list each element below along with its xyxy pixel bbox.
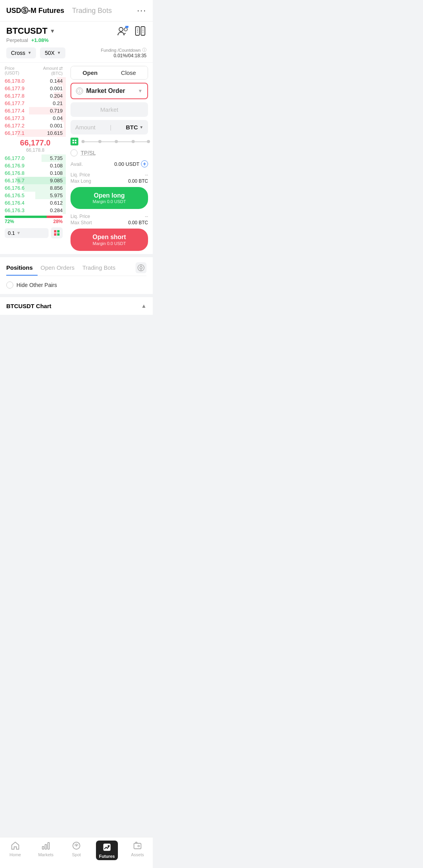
- currency-dropdown-arrow: ▼: [139, 125, 143, 129]
- tab-open-orders[interactable]: Open Orders: [41, 260, 80, 276]
- mid-price-section: 66,177.0 66,178.8: [5, 137, 66, 154]
- ob-price-header: Price: [5, 66, 19, 71]
- more-options-button[interactable]: ···: [137, 5, 146, 16]
- svg-rect-4: [136, 27, 139, 35]
- market-order-dropdown[interactable]: ⓘ Market Order ▼: [70, 83, 148, 99]
- amount-input[interactable]: Amount | BTC ▼: [70, 120, 148, 134]
- svg-rect-13: [75, 140, 76, 141]
- pair-dropdown-arrow[interactable]: ▼: [50, 28, 55, 34]
- chart-title: BTCUSDT Chart: [6, 303, 51, 309]
- grid-icon: [54, 230, 60, 236]
- ask-rows: 66,178.0 0.144 66,177.9 0.001 66,177.8 0…: [5, 77, 66, 137]
- bid-row[interactable]: 66,176.8 0.108: [5, 169, 66, 177]
- trading-bots-header-link[interactable]: Trading Bots: [72, 7, 112, 15]
- bid-pct: 72%: [5, 219, 14, 224]
- tab-close[interactable]: Close: [109, 66, 148, 79]
- max-short-row: Max Short 0.00 BTC: [70, 220, 148, 225]
- perpetual-label: Perpetual: [6, 37, 28, 43]
- ob-amount-unit: (BTC): [43, 71, 63, 76]
- svg-point-17: [140, 267, 142, 269]
- avail-value: 0.00 USDT +: [114, 160, 148, 167]
- header: USDⓈ-M Futures Trading Bots ···: [0, 0, 153, 22]
- bid-row[interactable]: 66,176.5 5.975: [5, 192, 66, 199]
- ob-qty-row: 0.1 ▼: [5, 227, 66, 238]
- avail-label: Avail.: [70, 161, 83, 167]
- qty-dropdown-arrow[interactable]: ▼: [16, 231, 21, 235]
- funding-value: 0.01%/04:18:35: [101, 53, 146, 58]
- social-trading-icon[interactable]: !: [117, 25, 129, 36]
- ask-row[interactable]: 66,177.2 0.001: [5, 122, 66, 129]
- funding-info: Funding /Countdown ⓘ 0.01%/04:18:35: [101, 47, 146, 58]
- leverage-dropdown-arrow: ▼: [57, 51, 61, 55]
- tpsl-label[interactable]: TP/SL: [81, 150, 96, 156]
- bid-row[interactable]: 66,176.6 8.856: [5, 184, 66, 192]
- open-short-button[interactable]: Open short Margin 0.0 USDT: [70, 229, 148, 251]
- amount-slider-row: [70, 138, 148, 145]
- open-long-button[interactable]: Open long Margin 0.0 USDT: [70, 187, 148, 209]
- svg-rect-15: [75, 142, 76, 143]
- mid-ref-price: 66,178.8: [5, 147, 66, 153]
- ob-amount-header: Amount ⇄: [43, 66, 63, 71]
- svg-rect-12: [72, 140, 74, 141]
- pair-name[interactable]: BTCUSDT: [6, 26, 47, 36]
- bid-row[interactable]: 66,176.3 0.284: [5, 207, 66, 214]
- bid-row[interactable]: 66,176.4 0.612: [5, 199, 66, 207]
- ask-row[interactable]: 66,177.4 0.719: [5, 107, 66, 114]
- positions-section: Positions Open Orders Trading Bots: [0, 257, 153, 276]
- price-change-pct: +1.08%: [31, 37, 49, 43]
- order-book: Price (USDT) Amount ⇄ (BTC) 66,178.0 0.1…: [0, 63, 66, 254]
- leverage-dropdown[interactable]: 50X ▼: [40, 47, 65, 58]
- avail-row: Avail. 0.00 USDT +: [70, 160, 148, 167]
- market-order-label: Market Order: [86, 87, 125, 94]
- amount-slider[interactable]: [81, 141, 148, 142]
- filter-icon[interactable]: [136, 262, 146, 273]
- tab-trading-bots[interactable]: Trading Bots: [82, 260, 120, 276]
- ask-row[interactable]: 66,177.7 0.21: [5, 100, 66, 107]
- market-order-arrow: ▼: [138, 88, 143, 94]
- ask-row[interactable]: 66,177.3 0.04: [5, 114, 66, 122]
- bid-rows: 66,177.0 5.735 66,176.9 0.108 66,176.8 0…: [5, 154, 66, 214]
- cross-leverage-dropdown[interactable]: Cross ▼: [6, 47, 36, 58]
- positions-tabs: Positions Open Orders Trading Bots: [6, 257, 146, 276]
- tab-positions[interactable]: Positions: [6, 260, 38, 276]
- chart-section[interactable]: BTCUSDT Chart ▲: [0, 297, 153, 315]
- ask-row[interactable]: 66,177.8 0.204: [5, 92, 66, 100]
- hide-other-pairs-row: Hide Other Pairs: [0, 276, 153, 294]
- qty-input[interactable]: 0.1 ▼: [5, 228, 49, 238]
- chart-collapse-arrow[interactable]: ▲: [141, 303, 146, 309]
- pair-section: BTCUSDT ▼ !: [0, 22, 153, 62]
- long-liq-price-row: Liq. Price --: [70, 172, 148, 178]
- funding-info-icon: ⓘ: [142, 47, 146, 53]
- ask-row[interactable]: 66,177.9 0.001: [5, 85, 66, 92]
- header-title-main: USDⓈ-M Futures: [6, 6, 64, 15]
- ask-row[interactable]: 66,177.1 10.615: [5, 129, 66, 137]
- short-liq-price-row: Liq. Price --: [70, 214, 148, 219]
- cross-dropdown-arrow: ▼: [28, 51, 32, 55]
- ask-row[interactable]: 66,178.0 0.144: [5, 77, 66, 85]
- svg-text:!: !: [127, 26, 127, 29]
- bid-row[interactable]: 66,176.9 0.108: [5, 162, 66, 169]
- chart-icon[interactable]: [134, 25, 146, 36]
- market-order-info-icon: ⓘ: [76, 87, 83, 94]
- grid-view-button[interactable]: [51, 227, 63, 238]
- order-form: Open Close ⓘ Market Order ▼ Market Amoun…: [66, 63, 153, 254]
- slider-icon: [70, 138, 78, 145]
- hide-pairs-toggle[interactable]: [6, 281, 13, 289]
- amount-placeholder: Amount: [75, 124, 96, 131]
- bid-row[interactable]: 66,176.7 9.085: [5, 177, 66, 184]
- tpsl-radio[interactable]: [70, 149, 78, 156]
- ask-pct: 28%: [53, 219, 63, 224]
- amount-currency-selector[interactable]: BTC ▼: [126, 124, 143, 131]
- ob-price-unit: (USDT): [5, 71, 19, 75]
- main-content: Price (USDT) Amount ⇄ (BTC) 66,178.0 0.1…: [0, 63, 153, 254]
- market-price-input[interactable]: Market: [70, 102, 148, 117]
- mid-price: 66,177.0: [5, 138, 66, 147]
- bid-row[interactable]: 66,177.0 5.735: [5, 154, 66, 162]
- deposit-button[interactable]: +: [141, 160, 148, 167]
- order-type-tabs: Open Close: [70, 66, 148, 80]
- tpsl-row: TP/SL: [70, 149, 148, 156]
- pair-action-icons: !: [117, 25, 146, 36]
- tab-open[interactable]: Open: [71, 66, 109, 79]
- svg-point-0: [119, 27, 123, 31]
- svg-rect-14: [72, 142, 74, 143]
